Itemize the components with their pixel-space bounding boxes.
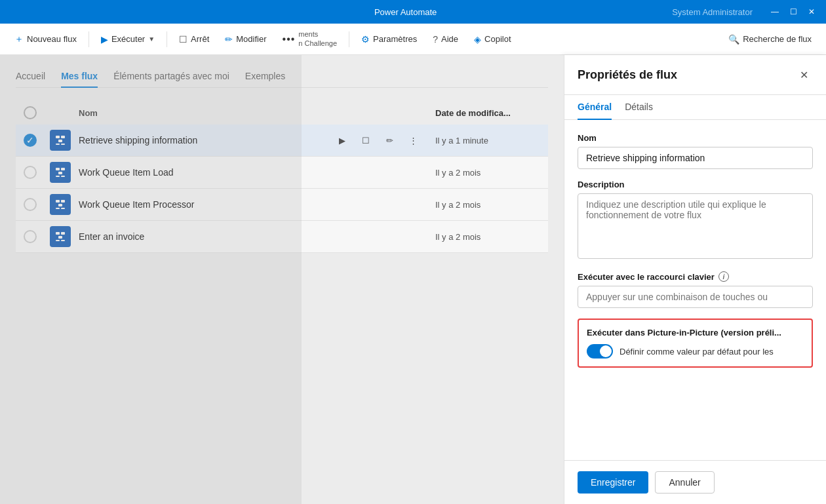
svg-rect-16 bbox=[61, 232, 65, 235]
pip-toggle[interactable] bbox=[587, 344, 613, 359]
row-check-2[interactable] bbox=[24, 166, 42, 179]
row-date-1: Il y a 1 minute bbox=[435, 136, 540, 145]
svg-rect-10 bbox=[56, 200, 60, 203]
table-header: Nom Date de modifica... bbox=[16, 101, 548, 125]
main-tabs: Accueil Mes flux Éléments partagés avec … bbox=[16, 66, 548, 88]
row-stop-button-1[interactable]: ☐ bbox=[357, 131, 375, 149]
svg-rect-4 bbox=[61, 144, 65, 145]
play-icon: ▶ bbox=[101, 34, 108, 45]
tab-mes-flux[interactable]: Mes flux bbox=[61, 66, 98, 88]
copilot-button[interactable]: ◈ Copilot bbox=[467, 30, 517, 48]
panel-tab-general[interactable]: Général bbox=[578, 95, 612, 120]
divider-1 bbox=[88, 31, 89, 47]
parametres-label: Paramètres bbox=[373, 34, 417, 44]
pip-desc: Définir comme valeur par défaut pour les bbox=[620, 347, 774, 357]
modifier-button[interactable]: ✏ Modifier bbox=[218, 30, 273, 48]
panel-footer: Enregistrer Annuler bbox=[564, 460, 826, 504]
header-name[interactable]: Nom bbox=[79, 108, 427, 118]
row-play-button-1[interactable]: ▶ bbox=[333, 131, 351, 149]
row-icon-3 bbox=[50, 194, 71, 215]
flow-icon-2 bbox=[50, 162, 71, 183]
properties-panel: Propriétés de flux ✕ Général Détails Nom… bbox=[564, 55, 826, 504]
svg-rect-3 bbox=[56, 144, 60, 145]
header-date[interactable]: Date de modifica... bbox=[435, 108, 540, 118]
info-icon: i bbox=[718, 271, 729, 282]
table-row[interactable]: Work Queue Item Load Il y a 2 mois bbox=[16, 157, 548, 189]
header-check bbox=[24, 106, 42, 119]
description-textarea[interactable] bbox=[578, 193, 813, 259]
table-row[interactable]: ✓ Retrieve shipping information ▶ ☐ ✏ ⋮ … bbox=[16, 125, 548, 157]
more-button[interactable]: ••• ments n Challenge bbox=[276, 26, 344, 51]
shortcut-input[interactable] bbox=[578, 286, 813, 308]
row-edit-button-1[interactable]: ✏ bbox=[380, 131, 399, 149]
svg-rect-13 bbox=[56, 208, 60, 209]
more-icon: ••• bbox=[283, 33, 296, 45]
row-icon-1 bbox=[50, 130, 71, 151]
toolbar: ＋ Nouveau flux ▶ Exécuter ▼ ☐ Arrêt ✏ Mo… bbox=[0, 24, 826, 55]
check-circle-4 bbox=[24, 230, 37, 243]
minimize-button[interactable]: — bbox=[768, 5, 781, 18]
row-name-4: Enter an invoice bbox=[79, 231, 427, 242]
row-name-3: Work Queue Item Processor bbox=[79, 199, 427, 210]
panel-tab-details[interactable]: Détails bbox=[625, 95, 653, 120]
cancel-button[interactable]: Annuler bbox=[655, 471, 714, 494]
panel-close-button[interactable]: ✕ bbox=[795, 66, 813, 84]
tab-elements-partages[interactable]: Éléments partagés avec moi bbox=[113, 66, 229, 88]
svg-rect-14 bbox=[61, 208, 65, 209]
plus-icon: ＋ bbox=[14, 33, 24, 45]
pip-title: Exécuter dans Picture-in-Picture (versio… bbox=[587, 328, 804, 338]
arret-label: Arrêt bbox=[191, 34, 209, 44]
divider-2 bbox=[167, 31, 167, 47]
svg-rect-15 bbox=[56, 232, 60, 235]
maximize-button[interactable]: ☐ bbox=[787, 5, 800, 18]
tab-accueil[interactable]: Accueil bbox=[16, 66, 45, 88]
pencil-icon: ✏ bbox=[225, 34, 233, 45]
user-name: System Administrator bbox=[672, 7, 753, 17]
panel-tabs: Général Détails bbox=[564, 95, 826, 120]
row-icon-4 bbox=[50, 226, 71, 247]
svg-rect-12 bbox=[58, 204, 62, 206]
panel-header: Propriétés de flux ✕ bbox=[564, 55, 826, 95]
svg-rect-2 bbox=[58, 140, 62, 142]
svg-rect-18 bbox=[56, 240, 60, 241]
new-flux-button[interactable]: ＋ Nouveau flux bbox=[8, 29, 83, 49]
title-bar: Power Automate System Administrator — ☐ … bbox=[0, 0, 826, 24]
search-icon: 🔍 bbox=[728, 34, 739, 45]
app-title: Power Automate bbox=[139, 7, 672, 17]
aide-button[interactable]: ? Aide bbox=[426, 30, 465, 48]
close-button[interactable]: ✕ bbox=[805, 5, 818, 18]
svg-rect-19 bbox=[61, 240, 65, 241]
executer-button[interactable]: ▶ Exécuter ▼ bbox=[94, 30, 161, 48]
pip-section: Exécuter dans Picture-in-Picture (versio… bbox=[578, 319, 813, 368]
row-check-4[interactable] bbox=[24, 230, 42, 243]
search-button[interactable]: 🔍 Recherche de flux bbox=[722, 30, 818, 48]
row-more-button-1[interactable]: ⋮ bbox=[404, 131, 422, 149]
panel-title: Propriétés de flux bbox=[578, 68, 677, 82]
row-check-1[interactable]: ✓ bbox=[24, 134, 42, 147]
shortcut-label-text: Exécuter avec le raccourci clavier bbox=[578, 272, 715, 282]
table-row[interactable]: Enter an invoice Il y a 2 mois bbox=[16, 221, 548, 253]
chevron-down-icon[interactable]: ▼ bbox=[148, 35, 155, 43]
table-row[interactable]: Work Queue Item Processor Il y a 2 mois bbox=[16, 189, 548, 221]
description-field-group: Description bbox=[578, 180, 813, 261]
row-date-2: Il y a 2 mois bbox=[435, 168, 540, 178]
flow-icon-1 bbox=[50, 130, 71, 151]
arret-button[interactable]: ☐ Arrêt bbox=[172, 30, 216, 48]
save-button[interactable]: Enregistrer bbox=[578, 471, 648, 494]
name-field-input[interactable] bbox=[578, 147, 813, 169]
name-field-label: Nom bbox=[578, 133, 813, 143]
svg-rect-5 bbox=[56, 168, 60, 170]
tab-exemples[interactable]: Exemples bbox=[245, 66, 285, 88]
main-area: Accueil Mes flux Éléments partagés avec … bbox=[0, 55, 826, 504]
stop-icon: ☐ bbox=[179, 34, 187, 45]
check-circle-3 bbox=[24, 198, 37, 211]
executer-label: Exécuter bbox=[111, 34, 145, 44]
row-name-1: Retrieve shipping information bbox=[79, 135, 325, 145]
flow-icon-3 bbox=[50, 194, 71, 215]
row-name-2: Work Queue Item Load bbox=[79, 167, 427, 178]
parametres-button[interactable]: ⚙ Paramètres bbox=[355, 30, 423, 48]
svg-rect-17 bbox=[58, 236, 62, 239]
description-field-label: Description bbox=[578, 180, 813, 189]
row-icon-2 bbox=[50, 162, 71, 183]
row-check-3[interactable] bbox=[24, 198, 42, 211]
